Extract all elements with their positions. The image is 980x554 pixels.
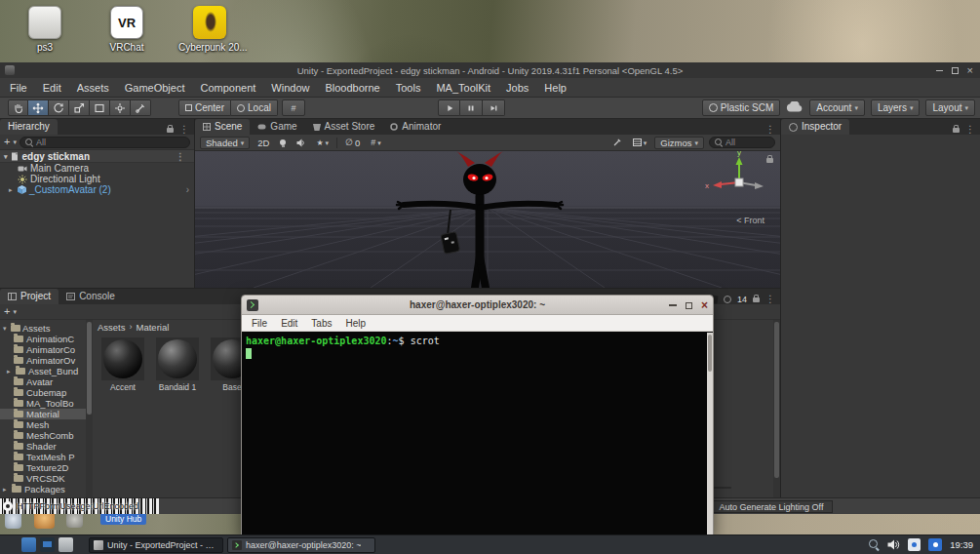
show-desktop-icon[interactable] — [59, 537, 73, 552]
layout-dropdown[interactable]: Layout▾ — [925, 99, 975, 116]
scene-search-input[interactable]: All — [709, 137, 775, 148]
menu-jobs[interactable]: Jobs — [498, 78, 536, 98]
terminal-menu-file[interactable]: File — [245, 315, 274, 332]
menu-help[interactable]: Help — [536, 78, 574, 98]
scene-viewport[interactable]: y x < Front — [195, 151, 780, 288]
folder-item[interactable]: Texture2D — [0, 462, 86, 473]
console-status-message[interactable]: HTTPFormUseage:UrlEncoded — [0, 498, 159, 514]
account-dropdown[interactable]: Account▾ — [809, 99, 865, 116]
desktop-icon-ps3[interactable]: ps3 — [14, 6, 76, 53]
view-orientation-label[interactable]: < Front — [736, 216, 764, 225]
component-tools-button[interactable] — [609, 137, 625, 149]
prefab-open-arrow[interactable]: › — [186, 184, 194, 195]
rect-tool-button[interactable] — [90, 99, 110, 116]
auto-generate-lighting-button[interactable]: Auto Generate Lighting Off — [710, 500, 833, 513]
hand-tool-button[interactable] — [8, 99, 28, 116]
menu-component[interactable]: Component — [192, 78, 263, 98]
create-button[interactable]: + — [4, 137, 10, 147]
hierarchy-item-main-camera[interactable]: Main Camera — [0, 163, 194, 174]
applications-menu-icon[interactable] — [3, 537, 18, 552]
lock-icon[interactable] — [167, 128, 174, 133]
desktop-icon-unity-hub[interactable]: Unity Hub — [100, 513, 146, 525]
folder-item[interactable]: AnimatorCo — [0, 344, 86, 355]
tray-search-icon[interactable] — [869, 539, 880, 550]
maximize-button[interactable] — [686, 302, 692, 309]
folder-item[interactable]: MA_ToolBo — [0, 398, 86, 409]
menu-ma-toolkit[interactable]: MA_ToolKit — [428, 78, 498, 98]
folder-tree-scrollbar[interactable] — [86, 320, 93, 498]
gizmos-dropdown[interactable]: Gizmos▾ — [654, 137, 704, 149]
folder-item[interactable]: VRCSDK — [0, 473, 86, 484]
tab-inspector[interactable]: Inspector — [781, 119, 849, 135]
menu-tools[interactable]: Tools — [388, 78, 429, 98]
lock-icon[interactable] — [953, 128, 960, 133]
play-button[interactable] — [438, 99, 460, 116]
panel-menu-icon[interactable]: ⋮ — [765, 294, 775, 304]
scene-menu-icon[interactable]: ⋮ — [176, 151, 190, 162]
2d-toggle[interactable]: 2D — [255, 137, 272, 149]
layers-dropdown[interactable]: Layers▾ — [871, 99, 921, 116]
taskbar-window-unity[interactable]: Unity - ExportedProject - edgy sti... — [89, 537, 223, 553]
custom-tool-button[interactable] — [131, 99, 151, 116]
asset-pane-scrollbar[interactable] — [773, 320, 780, 498]
hierarchy-item-directional-light[interactable]: Directional Light — [0, 174, 194, 184]
panel-menu-icon[interactable]: ⋮ — [765, 124, 775, 135]
panel-menu-icon[interactable]: ⋮ — [179, 124, 189, 135]
folder-item-material[interactable]: Material — [0, 409, 86, 419]
expand-icon[interactable]: ▸ — [7, 368, 13, 375]
terminal-menu-tabs[interactable]: Tabs — [304, 315, 338, 332]
scene-visibility-toggle[interactable]: ∅ 0 — [342, 137, 363, 149]
material-asset-accent[interactable]: Accent — [100, 337, 145, 392]
shading-mode-dropdown[interactable]: Shaded▾ — [200, 137, 250, 149]
step-button[interactable] — [483, 99, 505, 116]
gizmo-lock-icon[interactable] — [766, 158, 773, 163]
scrollbar-thumb[interactable] — [87, 322, 92, 415]
menu-gameobject[interactable]: GameObject — [117, 78, 193, 98]
terminal-content[interactable]: haxer@haxer-optiplex3020:~$ scrot — [242, 333, 713, 535]
camera-settings-dropdown[interactable]: ▾ — [630, 137, 650, 149]
tab-console[interactable]: Console — [59, 289, 123, 304]
close-button[interactable]: × — [967, 65, 973, 75]
folder-item[interactable]: ▸Asset_Bund — [0, 366, 86, 376]
minimize-button[interactable] — [936, 70, 943, 71]
pivot-toggle-button[interactable]: Center — [178, 99, 231, 116]
cloud-button[interactable] — [786, 101, 804, 114]
folder-assets-root[interactable]: ▾ Assets — [0, 323, 86, 334]
hierarchy-item-customavatar[interactable]: ▸ _CustomAvatar (2) › — [0, 184, 194, 195]
folder-item[interactable]: Avatar — [0, 376, 86, 387]
rotate-tool-button[interactable] — [49, 99, 69, 116]
create-asset-button[interactable]: + — [4, 306, 10, 317]
panel-menu-icon[interactable]: ⋮ — [965, 124, 975, 135]
lock-icon[interactable] — [753, 297, 760, 302]
scrollbar-thumb[interactable] — [774, 322, 779, 478]
terminal-menu-help[interactable]: Help — [338, 315, 372, 332]
space-toggle-button[interactable]: Local — [231, 99, 278, 116]
effects-dropdown[interactable]: ★ ▾ — [313, 137, 332, 149]
lighting-toggle[interactable] — [277, 137, 289, 149]
taskbar-window-terminal[interactable]: haxer@haxer-optiplex3020: ~ — [227, 537, 375, 553]
desktop-icon-vrchat[interactable]: VR VRChat — [96, 6, 158, 53]
favorites-icon[interactable] — [724, 296, 731, 303]
folder-item[interactable]: Shader — [0, 441, 86, 452]
tab-hierarchy[interactable]: Hierarchy — [0, 119, 58, 135]
tray-app-icon[interactable] — [908, 538, 921, 551]
folder-packages[interactable]: ▸Packages — [0, 484, 86, 495]
create-dropdown-icon[interactable]: ▾ — [13, 138, 17, 145]
terminal-scrollbar[interactable] — [707, 333, 713, 535]
menu-bloodborne[interactable]: Bloodborne — [317, 78, 387, 98]
volume-icon[interactable] — [887, 539, 900, 550]
plastic-scm-button[interactable]: Plastic SCM — [702, 99, 780, 116]
scale-tool-button[interactable] — [69, 99, 90, 116]
grid-visibility-dropdown[interactable]: # ▾ — [368, 137, 384, 149]
desktop-icon-cyberpunk[interactable]: Cyberpunk 20... — [178, 6, 241, 53]
create-dropdown-icon[interactable]: ▾ — [13, 308, 17, 315]
folder-item[interactable]: TextMesh P — [0, 452, 86, 462]
menu-window[interactable]: Window — [263, 78, 317, 98]
tab-scene[interactable]: Scene — [195, 119, 250, 135]
breadcrumb-assets[interactable]: Assets — [98, 322, 126, 333]
menu-assets[interactable]: Assets — [69, 78, 117, 98]
hierarchy-search-input[interactable]: All — [20, 137, 190, 148]
tab-asset-store[interactable]: Asset Store — [305, 119, 383, 135]
move-tool-button[interactable] — [28, 99, 49, 116]
scene-root-row[interactable]: ▾ edgy stickman ⋮ — [0, 150, 194, 163]
